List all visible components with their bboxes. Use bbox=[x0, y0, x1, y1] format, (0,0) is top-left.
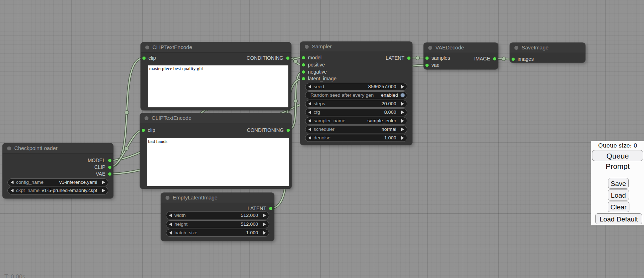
output-slot-dot-IMAGE[interactable] bbox=[493, 57, 496, 60]
input-slot-dot-samples[interactable] bbox=[425, 57, 429, 60]
decrement-arrow-icon[interactable] bbox=[169, 214, 172, 217]
node-title-bar[interactable]: Sampler bbox=[300, 42, 412, 52]
decrement-arrow-icon[interactable] bbox=[308, 102, 311, 106]
node-sampler[interactable]: Samplermodelpositivenegativelatent_image… bbox=[300, 42, 412, 145]
collapse-dot-icon[interactable] bbox=[514, 46, 518, 50]
graph-canvas[interactable]: CheckpointLoaderMODELCLIPVAEconfig_namev… bbox=[0, 0, 644, 278]
increment-arrow-icon[interactable] bbox=[263, 223, 266, 226]
widget-ckpt-name[interactable]: ckpt_namev1-5-pruned-emaonly.ckpt bbox=[7, 187, 108, 194]
widget-label: width bbox=[174, 212, 186, 219]
output-slot-dot-VAE[interactable] bbox=[108, 172, 111, 176]
node-title-bar[interactable]: VAEDecode bbox=[424, 43, 498, 53]
widget-label: scheduler bbox=[314, 126, 335, 133]
widget-seed[interactable]: seed8566257.000 bbox=[305, 83, 407, 91]
collapse-dot-icon[interactable] bbox=[145, 46, 149, 49]
link-midpoint-dot bbox=[502, 57, 506, 61]
input-slot-dot-vae[interactable] bbox=[425, 64, 429, 67]
input-slot-label-images: images bbox=[518, 56, 534, 62]
node-vae-decode[interactable]: VAEDecodesamplesvaeIMAGE bbox=[424, 43, 498, 69]
output-slot-dot-MODEL[interactable] bbox=[108, 159, 111, 162]
widget-width[interactable]: width512.000 bbox=[166, 212, 269, 219]
node-title-bar[interactable]: CLIPTextEncode bbox=[140, 113, 292, 123]
decrement-arrow-icon[interactable] bbox=[308, 85, 311, 89]
input-slot-dot-latent_image[interactable] bbox=[302, 77, 305, 80]
decrement-arrow-icon[interactable] bbox=[11, 189, 14, 192]
widget-cfg[interactable]: cfg8.000 bbox=[305, 108, 407, 116]
widget-value: sample_euler bbox=[367, 117, 396, 124]
decrement-arrow-icon[interactable] bbox=[308, 119, 311, 123]
node-title-text: CheckpointLoader bbox=[14, 143, 58, 153]
collapse-dot-icon[interactable] bbox=[305, 45, 309, 49]
input-slot-dot-positive[interactable] bbox=[302, 63, 305, 66]
increment-arrow-icon[interactable] bbox=[102, 189, 105, 192]
input-slot-dot-clip[interactable] bbox=[142, 129, 145, 132]
node-title-bar[interactable]: CLIPTextEncode bbox=[141, 42, 291, 53]
widget-denoise[interactable]: denoise1.000 bbox=[305, 134, 407, 142]
input-slot-label-model: model bbox=[308, 54, 321, 61]
increment-arrow-icon[interactable] bbox=[401, 111, 404, 114]
widget-value: v1-5-pruned-emaonly.ckpt bbox=[42, 187, 97, 194]
node-clip-text-encode-negative[interactable]: CLIPTextEncodeclipCONDITIONING bbox=[140, 113, 292, 189]
widget-label: ckpt_name bbox=[16, 187, 40, 194]
node-save-image[interactable]: SaveImageimages bbox=[510, 43, 585, 63]
increment-arrow-icon[interactable] bbox=[263, 214, 266, 217]
collapse-dot-icon[interactable] bbox=[145, 116, 148, 120]
increment-arrow-icon[interactable] bbox=[401, 119, 404, 123]
output-slot-dot-CONDITIONING[interactable] bbox=[286, 57, 289, 60]
increment-arrow-icon[interactable] bbox=[263, 231, 266, 235]
collapse-dot-icon[interactable] bbox=[428, 46, 432, 50]
widget-value: v1-inference.yaml bbox=[59, 179, 97, 186]
node-title-bar[interactable]: SaveImage bbox=[510, 43, 585, 53]
output-slot-dot-LATENT[interactable] bbox=[407, 57, 410, 60]
increment-arrow-icon[interactable] bbox=[401, 102, 404, 106]
widget-value: 1.000 bbox=[246, 229, 258, 236]
decrement-arrow-icon[interactable] bbox=[169, 223, 172, 226]
input-slot-dot-negative[interactable] bbox=[302, 70, 305, 74]
collapse-dot-icon[interactable] bbox=[7, 146, 11, 150]
input-slot-label-clip: clip bbox=[148, 127, 155, 133]
output-slot-label-CONDITIONING: CONDITIONING bbox=[247, 127, 284, 133]
output-slot-dot-CONDITIONING[interactable] bbox=[287, 129, 290, 132]
decrement-arrow-icon[interactable] bbox=[308, 111, 311, 114]
decrement-arrow-icon[interactable] bbox=[308, 128, 311, 131]
decrement-arrow-icon[interactable] bbox=[11, 181, 14, 184]
widget-batch-size[interactable]: batch_size1.000 bbox=[166, 229, 269, 237]
node-title-bar[interactable]: EmptyLatentImage bbox=[161, 193, 274, 203]
node-empty-latent-image[interactable]: EmptyLatentImageLATENTwidth512.000height… bbox=[161, 193, 274, 241]
widget-sampler-name[interactable]: sampler_namesample_euler bbox=[305, 117, 407, 125]
decrement-arrow-icon[interactable] bbox=[169, 231, 172, 235]
node-clip-text-encode-positive[interactable]: CLIPTextEncodeclipCONDITIONING bbox=[141, 42, 291, 110]
increment-arrow-icon[interactable] bbox=[102, 181, 105, 184]
increment-arrow-icon[interactable] bbox=[401, 128, 404, 131]
load-button[interactable]: Load bbox=[608, 189, 629, 201]
widget-height[interactable]: height512.000 bbox=[166, 220, 269, 228]
input-slot-label-vae: vae bbox=[431, 62, 440, 68]
input-slot-label-negative: negative bbox=[308, 69, 327, 75]
output-slot-dot-LATENT[interactable] bbox=[269, 207, 272, 210]
node-title-bar[interactable]: CheckpointLoader bbox=[2, 143, 113, 154]
input-slot-dot-images[interactable] bbox=[512, 58, 515, 61]
widget-scheduler[interactable]: schedulernormal bbox=[305, 125, 407, 133]
prompt-textarea[interactable] bbox=[148, 65, 288, 107]
save-button[interactable]: Save bbox=[608, 178, 629, 189]
link-midpoint-dot bbox=[416, 56, 420, 60]
collapse-dot-icon[interactable] bbox=[166, 196, 169, 200]
widget-label: denoise bbox=[314, 134, 330, 141]
widget-steps[interactable]: steps20.000 bbox=[305, 100, 407, 108]
decrement-arrow-icon[interactable] bbox=[308, 136, 311, 140]
load-default-button[interactable]: Load Default bbox=[595, 213, 642, 224]
node-title-text: SaveImage bbox=[522, 43, 549, 53]
widget-label: config_name bbox=[16, 179, 43, 186]
increment-arrow-icon[interactable] bbox=[401, 136, 404, 140]
queue-prompt-button[interactable]: Queue Prompt bbox=[592, 150, 643, 161]
increment-arrow-icon[interactable] bbox=[401, 85, 404, 89]
output-slot-dot-CLIP[interactable] bbox=[108, 166, 111, 169]
clear-button[interactable]: Clear bbox=[608, 202, 629, 212]
node-checkpoint-loader[interactable]: CheckpointLoaderMODELCLIPVAEconfig_namev… bbox=[2, 143, 113, 198]
input-slot-dot-model[interactable] bbox=[302, 56, 305, 59]
input-slot-dot-clip[interactable] bbox=[142, 57, 146, 60]
widget-random-seed-after-every-gen[interactable]: Random seed after every genenabled bbox=[305, 91, 407, 99]
toggle-state-icon[interactable] bbox=[400, 93, 405, 97]
prompt-textarea[interactable] bbox=[147, 138, 289, 186]
widget-config-name[interactable]: config_namev1-inference.yaml bbox=[7, 178, 108, 186]
